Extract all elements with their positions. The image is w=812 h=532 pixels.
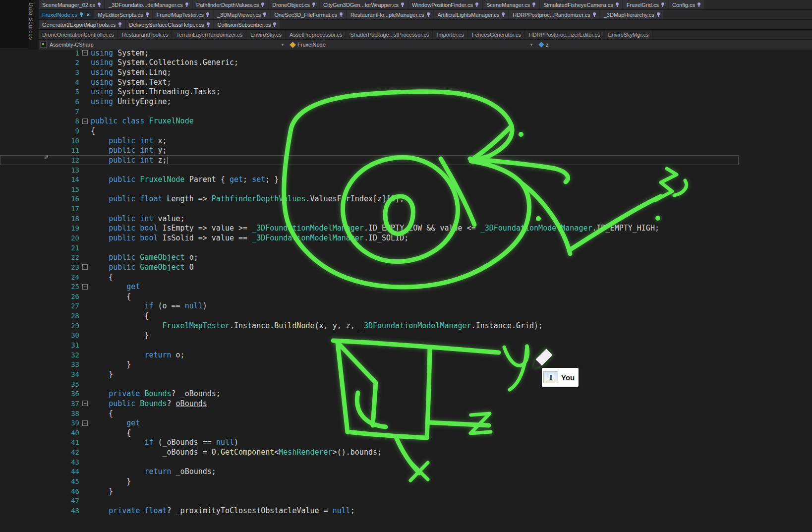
tab--3dmapviewer-cs[interactable]: _3DMapViewer.cs [214, 10, 270, 19]
code-editor[interactable]: 1−using System;2using System.Collections… [0, 48, 812, 532]
tab-envirosky-cs[interactable]: EnviroSky.cs [247, 30, 286, 39]
type-dropdown[interactable]: FruxelNode ▼ [289, 40, 536, 50]
tab-citygen3dgen-torwrapper-cs[interactable]: CityGen3DGen...torWrapper.cs [320, 0, 407, 9]
code-line[interactable]: 2using System.Collections.Generic; [0, 58, 812, 68]
code-line[interactable]: 43 [0, 457, 812, 467]
line-number[interactable]: 45 [0, 477, 79, 485]
fold-icon[interactable]: − [79, 284, 91, 290]
tab-importer-cs[interactable]: Importer.cs [433, 30, 467, 39]
pin-icon[interactable] [98, 2, 101, 5]
pin-icon[interactable] [593, 12, 596, 15]
code-line[interactable]: 34 } [0, 369, 812, 379]
member-dropdown[interactable]: z [536, 40, 549, 50]
tab-myeditorscripts-cs[interactable]: MyEditorScripts.cs [94, 10, 152, 19]
pin-icon[interactable] [273, 22, 276, 25]
code-line[interactable]: 45 } [0, 476, 812, 486]
data-sources-tab[interactable]: Data Sources [28, 2, 34, 40]
tab-fruxelnode-cs[interactable]: FruxelNode.cs✕ [39, 10, 93, 19]
code-line[interactable]: 40 { [0, 428, 812, 438]
pin-icon[interactable] [401, 2, 404, 5]
pin-icon[interactable] [146, 12, 149, 15]
code-line[interactable]: 30 } [0, 331, 812, 341]
line-number[interactable]: 1 [0, 49, 79, 57]
code-line[interactable]: 32 return o; [0, 350, 812, 360]
line-number[interactable]: 11 [0, 146, 79, 154]
line-number[interactable]: 46 [0, 487, 79, 495]
fold-collapse-icon[interactable]: − [82, 284, 88, 290]
line-number[interactable]: 17 [0, 205, 79, 213]
line-number[interactable]: 35 [0, 380, 79, 388]
pin-icon[interactable] [532, 2, 535, 5]
code-line[interactable]: 38 { [0, 409, 812, 418]
line-number[interactable]: 31 [0, 341, 79, 349]
tab-fencesgenerator-cs[interactable]: FencesGenerator.cs [468, 30, 525, 39]
tab-fruxelmaptester-cs[interactable]: FruxelMapTester.cs [153, 10, 213, 19]
code-line[interactable]: 21 [0, 243, 812, 253]
line-number[interactable]: 33 [0, 360, 79, 368]
tab-scenemanager-02-cs[interactable]: SceneManager_02.cs [39, 0, 104, 9]
pin-icon[interactable] [206, 12, 209, 15]
line-number[interactable]: 37 [0, 400, 79, 408]
tab-collisionsubscriber-cs[interactable]: CollisionSubscriber.cs [214, 20, 280, 29]
code-line[interactable]: 13 [0, 165, 812, 175]
line-number[interactable]: 3 [0, 68, 79, 76]
line-number[interactable]: 12 [0, 156, 79, 164]
pin-icon[interactable] [340, 12, 343, 15]
pin-icon[interactable] [261, 2, 264, 5]
code-line[interactable]: 25− get [0, 282, 812, 292]
line-number[interactable]: 23 [0, 263, 79, 271]
line-number[interactable]: 27 [0, 302, 79, 310]
code-line[interactable]: 8−public class FruxelNode [0, 116, 812, 126]
code-line[interactable]: 48 private float? _proximityToClosestObs… [0, 506, 812, 516]
tab--3dmaphierarchy-cs[interactable]: _3DMapHierarchy.cs [600, 10, 663, 19]
line-number[interactable]: 26 [0, 293, 79, 300]
tab-droneobject-cs[interactable]: DroneObject.cs [269, 0, 319, 9]
code-line[interactable]: 15 [0, 184, 812, 194]
close-icon[interactable]: ✕ [86, 12, 90, 17]
fold-collapse-icon[interactable]: − [82, 401, 88, 406]
code-line[interactable]: 7 [0, 107, 812, 117]
code-line[interactable]: 10 public int x; [0, 136, 812, 146]
tab-fruxelgrid-cs[interactable]: FruxelGrid.cs [623, 0, 668, 9]
code-line[interactable]: 28 { [0, 311, 812, 321]
line-number[interactable]: 32 [0, 351, 79, 359]
code-line[interactable]: 4using System.Text; [0, 77, 812, 87]
code-line[interactable]: 41 if (_oBounds == null) [0, 438, 812, 448]
fold-collapse-icon[interactable]: − [82, 50, 88, 56]
code-line[interactable]: 17 [0, 204, 812, 214]
line-number[interactable]: 6 [0, 98, 79, 106]
fold-icon[interactable]: − [79, 264, 91, 270]
line-number[interactable]: 16 [0, 195, 79, 203]
line-number[interactable]: 2 [0, 59, 79, 66]
line-number[interactable]: 48 [0, 507, 79, 515]
line-number[interactable]: 36 [0, 390, 79, 398]
code-line[interactable]: 44 return _oBounds; [0, 467, 812, 477]
tab-terrainlayerrandomizer-cs[interactable]: TerrainLayerRandomizer.cs [173, 30, 246, 39]
fold-collapse-icon[interactable]: − [82, 264, 88, 270]
line-number[interactable]: 18 [0, 215, 79, 223]
pin-icon[interactable] [312, 2, 315, 5]
line-number[interactable]: 19 [0, 224, 79, 232]
tab-generator2exportmaptools-cs[interactable]: Generator2ExportMapTools.cs [39, 20, 125, 29]
code-line[interactable]: 37− public Bounds? oBounds [0, 399, 812, 409]
pin-icon[interactable] [697, 2, 700, 5]
tab--3dfoundatio-delmanager-cs[interactable]: _3DFoundatio...delManager.cs [105, 0, 192, 9]
pin-icon[interactable] [502, 12, 505, 15]
pin-icon[interactable] [118, 22, 121, 25]
pin-icon[interactable] [657, 12, 660, 15]
line-number[interactable]: 29 [0, 322, 79, 330]
code-line[interactable]: 3using System.Linq; [0, 67, 812, 77]
code-line[interactable]: 29 FruxelMapTester.Instance.BuildNode(x,… [0, 321, 812, 331]
fold-collapse-icon[interactable]: − [82, 118, 88, 124]
code-line[interactable]: 33 } [0, 360, 812, 370]
tab-shaderpackage-stprocessor-cs[interactable]: ShaderPackage...stProcessor.cs [347, 30, 433, 39]
line-number[interactable]: 47 [0, 497, 79, 505]
code-line[interactable]: 19 public bool IsEmpty => value >= _3DFo… [0, 224, 812, 234]
code-line[interactable]: 22 public GameObject o; [0, 252, 812, 262]
line-number[interactable]: 7 [0, 108, 79, 116]
pin-icon[interactable] [185, 2, 188, 5]
code-line[interactable]: 26 { [0, 292, 812, 301]
line-number[interactable]: 24 [0, 273, 79, 281]
code-line[interactable]: 6using UnityEngine; [0, 97, 812, 107]
line-number[interactable]: 25 [0, 283, 79, 291]
